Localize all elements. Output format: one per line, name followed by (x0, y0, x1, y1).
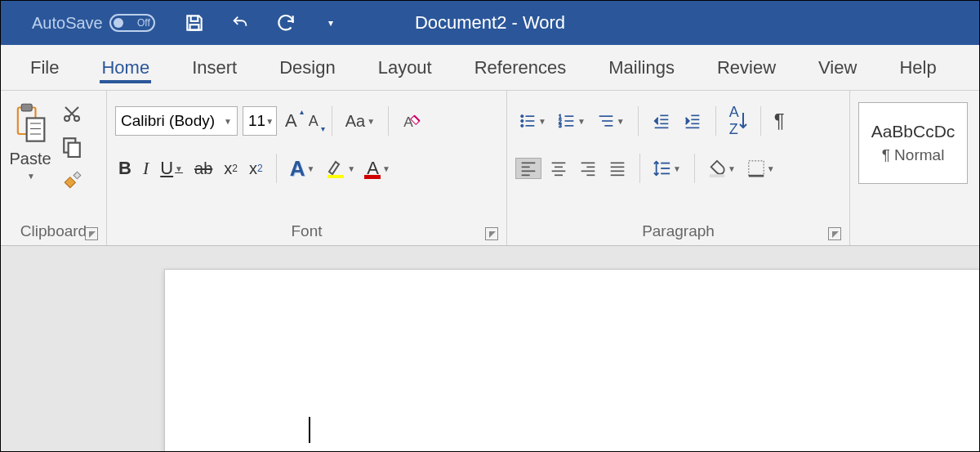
text-cursor (309, 417, 310, 443)
paste-dropdown-icon[interactable]: ▼ (27, 172, 35, 181)
subscript-button[interactable]: x2 (220, 158, 241, 180)
svg-rect-10 (69, 143, 80, 157)
tab-view[interactable]: View (817, 52, 858, 83)
multilevel-list-icon[interactable]: ▼ (594, 111, 628, 131)
title-bar: AutoSave Off ▾ Document2 - Word (1, 1, 979, 45)
svg-text:3: 3 (559, 123, 562, 128)
tab-design[interactable]: Design (278, 52, 336, 83)
align-center-icon[interactable] (546, 159, 571, 178)
align-left-icon[interactable] (515, 158, 541, 179)
tab-references[interactable]: References (473, 52, 568, 83)
shading-icon[interactable]: ▼ (705, 158, 739, 179)
bold-button[interactable]: B (115, 156, 135, 181)
svg-point-14 (521, 115, 523, 118)
ribbon-tabstrip: File Home Insert Design Layout Reference… (1, 45, 979, 91)
autosave-toggle[interactable]: Off (109, 14, 155, 32)
paste-button[interactable] (9, 101, 51, 146)
superscript-button[interactable]: x2 (246, 158, 266, 180)
group-label-paragraph: Paragraph (515, 219, 841, 245)
cut-icon[interactable] (58, 102, 86, 125)
save-icon[interactable] (183, 11, 206, 34)
svg-text:A: A (403, 114, 413, 130)
group-label-styles (858, 219, 971, 245)
font-family-select[interactable]: Calibri (Body)▼ (115, 106, 238, 136)
group-label-font: Font (115, 219, 498, 245)
decrease-indent-icon[interactable] (648, 111, 675, 131)
font-size-select[interactable]: 11▼ (243, 106, 277, 136)
justify-icon[interactable] (605, 159, 630, 178)
document-area (1, 246, 979, 452)
tab-help[interactable]: Help (898, 52, 938, 83)
tab-mailings[interactable]: Mailings (607, 52, 676, 83)
svg-rect-59 (749, 161, 764, 176)
svg-rect-13 (364, 175, 381, 179)
quick-access-toolbar: ▾ (183, 11, 333, 34)
bullets-icon[interactable]: ▼ (515, 111, 550, 131)
font-color-icon[interactable]: A▼ (363, 155, 394, 181)
clipboard-launcher[interactable] (85, 227, 98, 240)
ribbon: Paste ▼ Clipboard Calibri (Body)▼ 11▼ A▴… (1, 91, 979, 246)
tab-file[interactable]: File (29, 52, 60, 83)
group-font: Calibri (Body)▼ 11▼ A▴ A▾ Aa▼ A B I U▼ a… (107, 91, 507, 245)
group-label-clipboard: Clipboard (9, 219, 98, 245)
svg-point-16 (521, 124, 523, 127)
tab-insert[interactable]: Insert (190, 52, 238, 83)
clear-formatting-icon[interactable]: A (399, 109, 426, 133)
borders-icon[interactable]: ▼ (744, 158, 778, 179)
change-case-icon[interactable]: Aa▼ (342, 110, 378, 132)
group-paragraph: ▼ 123▼ ▼ AZ ¶ ▼ ▼ ▼ (507, 91, 850, 245)
svg-rect-0 (189, 25, 198, 29)
qat-customize-icon[interactable]: ▾ (328, 17, 333, 29)
svg-rect-58 (710, 174, 724, 177)
shrink-font-icon[interactable]: A▾ (305, 111, 322, 132)
sort-icon[interactable]: AZ (726, 102, 751, 140)
style-preview: AaBbCcDc (871, 122, 956, 141)
show-hide-paragraph-icon[interactable]: ¶ (771, 108, 788, 134)
svg-rect-12 (327, 175, 344, 178)
group-styles: AaBbCcDc ¶ Normal (850, 91, 979, 245)
autosave-label: AutoSave (32, 14, 103, 33)
increase-indent-icon[interactable] (679, 111, 706, 131)
document-page[interactable] (164, 269, 980, 452)
style-normal[interactable]: AaBbCcDc ¶ Normal (858, 102, 968, 184)
line-spacing-icon[interactable]: ▼ (650, 158, 684, 179)
svg-rect-2 (21, 104, 32, 111)
strikethrough-button[interactable]: ab (191, 158, 216, 180)
format-painter-icon[interactable] (58, 168, 86, 194)
svg-point-15 (521, 119, 523, 122)
tab-review[interactable]: Review (715, 52, 777, 83)
italic-button[interactable]: I (140, 156, 152, 181)
group-clipboard: Paste ▼ Clipboard (1, 91, 107, 245)
style-name: ¶ Normal (882, 146, 945, 164)
copy-icon[interactable] (58, 133, 86, 159)
grow-font-icon[interactable]: A▴ (282, 109, 301, 133)
underline-button[interactable]: U▼ (157, 156, 186, 181)
paste-label: Paste (9, 150, 51, 168)
font-launcher[interactable] (485, 227, 498, 240)
svg-rect-3 (27, 119, 45, 141)
numbering-icon[interactable]: 123▼ (555, 111, 589, 131)
tab-layout[interactable]: Layout (376, 52, 434, 83)
repeat-icon[interactable] (274, 11, 297, 34)
text-effects-icon[interactable]: A▼ (287, 154, 318, 183)
paragraph-launcher[interactable] (828, 227, 841, 240)
autosave-control[interactable]: AutoSave Off (32, 14, 155, 33)
highlight-color-icon[interactable]: ▼ (323, 157, 359, 180)
undo-icon[interactable] (229, 11, 252, 34)
align-right-icon[interactable] (576, 159, 600, 178)
tab-home[interactable]: Home (100, 52, 151, 83)
